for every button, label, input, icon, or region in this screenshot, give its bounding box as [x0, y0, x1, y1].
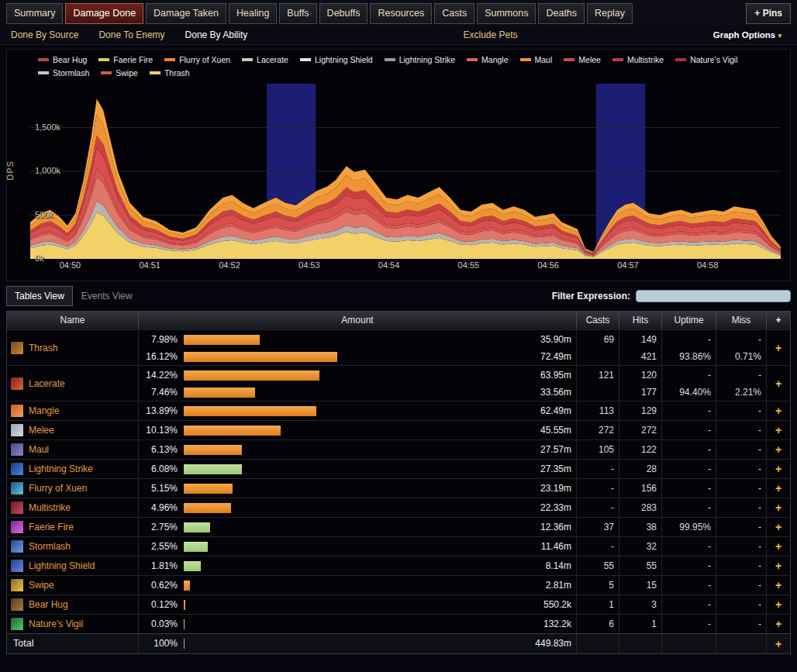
ability-name-link[interactable]: Swipe	[29, 580, 54, 591]
amount-line: 13.89%62.49m	[139, 401, 576, 420]
expand-plus-button[interactable]: +	[775, 619, 781, 629]
tab-replay[interactable]: Replay	[587, 3, 633, 24]
x-tick-label: 04:57	[617, 260, 639, 270]
exclude-pets-link[interactable]: Exclude Pets	[464, 29, 518, 40]
table-row[interactable]: Thrash7.98%35.90m16.12%72.49m69149421-93…	[7, 329, 790, 365]
tab-summons[interactable]: Summons	[477, 3, 536, 24]
expand-plus-button[interactable]: +	[775, 343, 781, 353]
legend-item-nature-s-vigil[interactable]: Nature's Vigil	[675, 55, 737, 64]
legend-item-swipe[interactable]: Swipe	[101, 68, 138, 78]
amount-value: 27.35m	[540, 460, 576, 478]
legend-item-lightning-shield[interactable]: Lightning Shield	[300, 55, 373, 64]
cell-value: -	[716, 479, 766, 498]
ability-name-link[interactable]: Bear Hug	[29, 599, 68, 610]
x-tick-label: 04:53	[298, 260, 320, 270]
tab-casts[interactable]: Casts	[434, 3, 474, 24]
percent-label: 2.75%	[139, 518, 178, 536]
dps-stacked-area-chart[interactable]	[30, 84, 781, 259]
tab-deaths[interactable]: Deaths	[538, 3, 585, 24]
expand-plus-button[interactable]: +	[775, 541, 781, 552]
cell-value: 272	[577, 421, 619, 439]
ability-name-link[interactable]: Faerie Fire	[29, 522, 74, 532]
table-cell: -	[716, 557, 767, 575]
legend-item-maul[interactable]: Maul	[520, 55, 553, 64]
amount-line: 16.12%72.49m	[139, 348, 576, 365]
tab-summary[interactable]: Summary	[6, 3, 63, 24]
expand-plus-button[interactable]: +	[775, 599, 781, 610]
ability-name-link[interactable]: Nature's Vigil	[29, 619, 83, 629]
tab-healing[interactable]: Healing	[229, 3, 277, 24]
cell-value: -	[716, 367, 766, 384]
table-row[interactable]: Swipe0.62%2.81m515--+	[7, 575, 790, 594]
tab-damage-done[interactable]: Damage Done	[65, 3, 143, 24]
filter-expression-input[interactable]	[636, 290, 791, 302]
expand-cell: +	[767, 479, 790, 498]
view-bar: Tables ViewEvents View Filter Expression…	[6, 286, 791, 306]
table-row[interactable]: Lacerate14.22%63.95m7.46%33.56m121120177…	[7, 365, 790, 401]
table-row[interactable]: Faerie Fire2.75%12.36m373899.95%-+	[7, 517, 790, 536]
expand-plus-button[interactable]: +	[775, 405, 781, 416]
tab-damage-taken[interactable]: Damage Taken	[146, 3, 226, 24]
tab-events-view[interactable]: Events View	[73, 286, 141, 306]
legend-label: Flurry of Xuen	[179, 55, 230, 64]
column-header-hits: Hits	[619, 312, 662, 329]
expand-plus-button[interactable]: +	[775, 378, 781, 389]
ability-name-link[interactable]: Stormlash	[29, 541, 71, 552]
total-name-cell: Total	[7, 634, 139, 653]
table-row[interactable]: Nature's Vigil0.03%132.2k61--+	[7, 614, 790, 633]
legend-item-lightning-strike[interactable]: Lightning Strike	[385, 55, 455, 64]
table-row[interactable]: Flurry of Xuen5.15%23.19m-156--+	[7, 478, 790, 498]
tab-debuffs[interactable]: Debuffs	[319, 3, 368, 24]
expand-plus-button[interactable]: +	[775, 444, 781, 455]
expand-plus-button[interactable]: +	[775, 425, 781, 436]
pins-button[interactable]: + Pins	[746, 3, 791, 24]
legend-item-mangle[interactable]: Mangle	[467, 55, 508, 64]
legend-item-thrash[interactable]: Thrash	[150, 68, 190, 78]
ability-name-link[interactable]: Lightning Strike	[29, 464, 93, 474]
ability-name-link[interactable]: Maul	[29, 444, 49, 455]
legend-item-multistrike[interactable]: Multistrike	[612, 55, 664, 64]
tab-resources[interactable]: Resources	[370, 3, 432, 24]
expand-plus-button[interactable]: +	[775, 464, 781, 474]
ability-name-link[interactable]: Flurry of Xuen	[29, 483, 87, 494]
ability-name-link[interactable]: Multistrike	[29, 502, 71, 513]
expand-plus-button[interactable]: +	[775, 483, 781, 494]
table-row[interactable]: Melee10.13%45.55m272272--+	[7, 420, 790, 439]
table-row[interactable]: Multistrike4.96%22.33m-283--+	[7, 498, 790, 517]
tab-buffs[interactable]: Buffs	[279, 3, 316, 24]
tab-tables-view[interactable]: Tables View	[6, 286, 73, 306]
expand-plus-button[interactable]: +	[775, 560, 781, 571]
legend-item-flurry-of-xuen[interactable]: Flurry of Xuen	[164, 55, 230, 64]
ability-name-link[interactable]: Lightning Shield	[29, 560, 95, 571]
cell-value: -	[716, 595, 766, 614]
ability-name-link[interactable]: Mangle	[29, 405, 59, 416]
expand-plus-button[interactable]: +	[775, 580, 781, 591]
column-header-add[interactable]: +	[767, 312, 790, 329]
subtab-done-by-ability[interactable]: Done By Ability	[185, 29, 248, 40]
table-row[interactable]: Lightning Strike6.08%27.35m-28--+	[7, 459, 790, 478]
ability-icon	[10, 501, 24, 515]
ability-name-link[interactable]: Lacerate	[29, 378, 65, 389]
legend-item-bear-hug[interactable]: Bear Hug	[38, 55, 87, 64]
cell-value: -	[716, 615, 766, 633]
expand-plus-button[interactable]: +	[775, 502, 781, 513]
table-row[interactable]: Lightning Shield1.81%8.14m5555--+	[7, 556, 790, 575]
ability-name-cell: Thrash	[7, 330, 139, 365]
table-row[interactable]: Stormlash2.55%11.46m-32--+	[7, 536, 790, 556]
table-row[interactable]: Maul6.13%27.57m105122--+	[7, 439, 790, 459]
expand-plus-button[interactable]: +	[775, 522, 781, 532]
ability-name-link[interactable]: Thrash	[29, 343, 57, 353]
amount-bar	[184, 335, 260, 345]
legend-item-stormlash[interactable]: Stormlash	[38, 68, 89, 78]
subtab-done-by-source[interactable]: Done By Source	[11, 29, 78, 40]
subtab-done-to-enemy[interactable]: Done To Enemy	[98, 29, 164, 40]
ability-name-link[interactable]: Melee	[29, 425, 54, 436]
total-casts-cell	[577, 634, 619, 653]
legend-item-lacerate[interactable]: Lacerate	[242, 55, 288, 64]
table-row[interactable]: Mangle13.89%62.49m113129--+	[7, 401, 790, 420]
legend-item-melee[interactable]: Melee	[564, 55, 601, 64]
table-row[interactable]: Bear Hug0.12%550.2k13--+	[7, 594, 790, 614]
graph-options-dropdown[interactable]: Graph Options ▾	[713, 30, 786, 40]
legend-item-faerie-fire[interactable]: Faerie Fire	[98, 55, 153, 64]
expand-plus-button[interactable]: +	[775, 639, 781, 650]
